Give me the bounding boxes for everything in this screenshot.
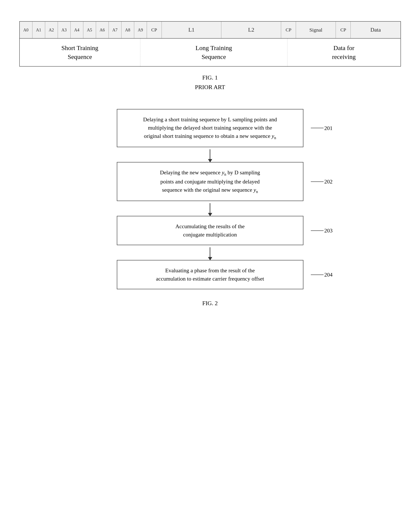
flow-box-204: Evaluating a phase from the result of th…: [117, 260, 303, 289]
seg-a8: A8: [121, 22, 134, 38]
seg-a9: A9: [134, 22, 147, 38]
seg-a2: A2: [45, 22, 58, 38]
fig1-caption: FIG. 1 PRIOR ART: [19, 73, 401, 92]
seg-a6: A6: [96, 22, 109, 38]
seg-a1: A1: [33, 22, 45, 38]
flow-step-202: Delaying the new sequence yn by D sampli…: [40, 162, 380, 201]
arrow-shaft-1: [210, 149, 210, 160]
seg-cp2: CP: [281, 22, 296, 38]
flow-label-201: 201: [311, 124, 333, 132]
seg-a0: A0: [20, 22, 33, 38]
flow-label-204: 204: [311, 271, 333, 279]
label-long-training: Long TrainingSequence: [140, 39, 288, 66]
arrow-shaft-2: [210, 203, 210, 214]
flow-step-203: Accumulating the results of the conjugat…: [40, 216, 380, 245]
seg-l2: L2: [221, 22, 281, 38]
flow-label-203: 203: [311, 226, 333, 235]
arrow-shaft-3: [210, 247, 210, 258]
frame-structure: A0 A1 A2 A3 A4 A5 A6 A7 A8 A9 CP L1 L2 C…: [19, 21, 401, 67]
frame-labels-row: Short TrainingSequence Long TrainingSequ…: [20, 39, 400, 66]
seg-a3: A3: [58, 22, 71, 38]
frame-segments-row: A0 A1 A2 A3 A4 A5 A6 A7 A8 A9 CP L1 L2 C…: [20, 22, 400, 39]
label-data-receiving: Data forreceiving: [288, 39, 400, 66]
fig2-flowchart: Delaying a short training sequence by L …: [40, 109, 380, 307]
flow-step-201: Delaying a short training sequence by L …: [40, 109, 380, 147]
seg-data: Data: [351, 22, 400, 38]
flow-box-203: Accumulating the results of the conjugat…: [117, 216, 303, 245]
seg-a4: A4: [71, 22, 83, 38]
seg-a5: A5: [83, 22, 96, 38]
seg-a7: A7: [109, 22, 121, 38]
seg-cp3: CP: [336, 22, 351, 38]
flow-label-202: 202: [311, 178, 333, 186]
fig2-caption: FIG. 2: [202, 300, 218, 307]
flow-box-201: Delaying a short training sequence by L …: [117, 109, 303, 147]
seg-l1: L1: [162, 22, 222, 38]
label-short-training: Short TrainingSequence: [20, 39, 140, 66]
arrow-2: [210, 201, 210, 216]
arrow-1: [210, 147, 210, 162]
seg-cp1: CP: [147, 22, 162, 38]
arrow-3: [210, 245, 210, 260]
fig1-diagram: A0 A1 A2 A3 A4 A5 A6 A7 A8 A9 CP L1 L2 C…: [19, 21, 401, 92]
seg-signal: Signal: [296, 22, 336, 38]
flow-step-204: Evaluating a phase from the result of th…: [40, 260, 380, 289]
flow-box-202: Delaying the new sequence yn by D sampli…: [117, 162, 303, 201]
